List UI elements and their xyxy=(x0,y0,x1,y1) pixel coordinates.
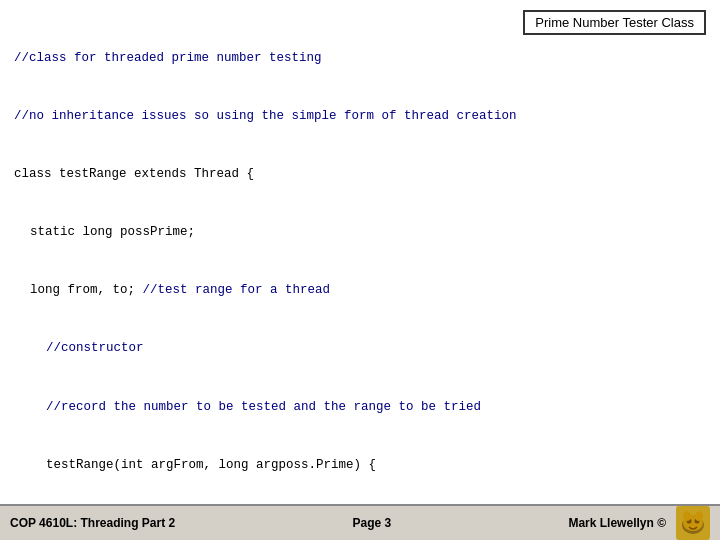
title-box: Prime Number Tester Class xyxy=(523,10,706,35)
code-line-1: //class for threaded prime number testin… xyxy=(14,49,706,68)
main-content: Prime Number Tester Class //class for th… xyxy=(0,0,720,504)
footer-right-text: Mark Llewellyn © xyxy=(568,516,666,530)
code-line-5: long from, to; //test range for a thread xyxy=(14,281,706,300)
footer-center: Page 3 xyxy=(352,516,391,530)
code-line-2: //no inheritance issues so using the sim… xyxy=(14,107,706,126)
code-line-3: class testRange extends Thread { xyxy=(14,165,706,184)
code-area: //class for threaded prime number testin… xyxy=(14,10,706,504)
logo-icon xyxy=(679,509,707,537)
code-line-6: //constructor xyxy=(14,339,706,358)
code-line-7: //record the number to be tested and the… xyxy=(14,398,706,417)
code-line-4: static long possPrime; xyxy=(14,223,706,242)
footer-logo xyxy=(676,506,710,540)
footer: COP 4610L: Threading Part 2 Page 3 Mark … xyxy=(0,504,720,540)
footer-right-group: Mark Llewellyn © xyxy=(568,506,710,540)
footer-left: COP 4610L: Threading Part 2 xyxy=(10,516,175,530)
code-line-8: testRange(int argFrom, long argposs.Prim… xyxy=(14,456,706,475)
